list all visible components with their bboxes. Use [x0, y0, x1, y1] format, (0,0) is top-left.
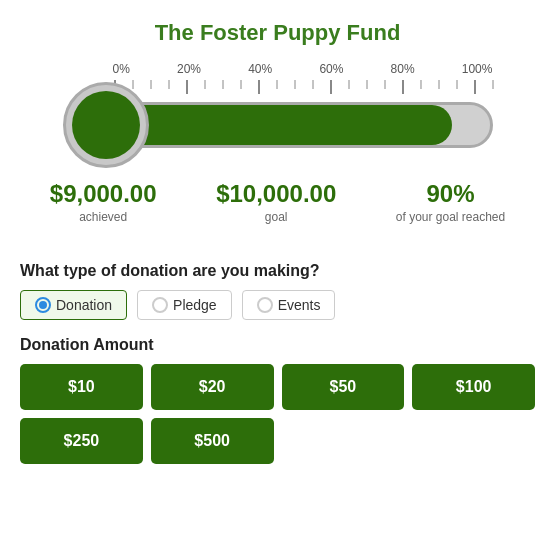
amount-btn-250[interactable]: $250: [20, 418, 143, 464]
amount-btn-20[interactable]: $20: [151, 364, 274, 410]
pct-60: 60%: [319, 62, 343, 76]
thermometer-bulb-fill: [72, 91, 140, 159]
page-wrapper: The Foster Puppy Fund 0% 20% 40% 60% 80%…: [0, 0, 555, 484]
stat-percentage-value: 90%: [396, 180, 505, 208]
radio-option-pledge[interactable]: Pledge: [137, 290, 232, 320]
stat-achieved-label: achieved: [50, 210, 157, 224]
stat-goal-value: $10,000.00: [216, 180, 336, 208]
donation-amount-label: Donation Amount: [20, 336, 535, 354]
pct-100: 100%: [462, 62, 493, 76]
donation-amount-section: Donation Amount $10 $20 $50 $100 $250 $5…: [20, 336, 535, 464]
amount-btn-10[interactable]: $10: [20, 364, 143, 410]
stats-row: $9,000.00 achieved $10,000.00 goal 90% o…: [20, 180, 535, 224]
thermometer-bulb: [63, 82, 149, 168]
percentage-labels: 0% 20% 40% 60% 80% 100%: [63, 62, 493, 76]
fund-title: The Foster Puppy Fund: [20, 20, 535, 46]
thermometer-visual: // tick marks rendered by JS below: [63, 80, 493, 170]
radio-option-events[interactable]: Events: [242, 290, 336, 320]
stat-percentage: 90% of your goal reached: [396, 180, 505, 224]
amount-btn-500[interactable]: $500: [151, 418, 274, 464]
radio-circle-pledge: [152, 297, 168, 313]
radio-group: Donation Pledge Events: [20, 290, 535, 320]
radio-option-donation[interactable]: Donation: [20, 290, 127, 320]
radio-label-pledge: Pledge: [173, 297, 217, 313]
donation-type-question: What type of donation are you making?: [20, 262, 535, 280]
thermometer-section: 0% 20% 40% 60% 80% 100% // tick marks re…: [20, 62, 535, 244]
thermometer-tube-fill: [118, 105, 453, 145]
pct-0: 0%: [113, 62, 130, 76]
donation-type-section: What type of donation are you making? Do…: [20, 262, 535, 320]
radio-circle-events: [257, 297, 273, 313]
stat-achieved-value: $9,000.00: [50, 180, 157, 208]
pct-40: 40%: [248, 62, 272, 76]
amount-btn-50[interactable]: $50: [282, 364, 405, 410]
radio-dot-donation: [39, 301, 47, 309]
amount-btn-100[interactable]: $100: [412, 364, 535, 410]
amount-grid: $10 $20 $50 $100: [20, 364, 535, 410]
stat-goal: $10,000.00 goal: [216, 180, 336, 224]
thermometer-tube: [115, 102, 493, 148]
stat-achieved: $9,000.00 achieved: [50, 180, 157, 224]
amount-bottom-row: $250 $500: [20, 418, 535, 464]
stat-percentage-label: of your goal reached: [396, 210, 505, 224]
pct-80: 80%: [391, 62, 415, 76]
stat-goal-label: goal: [216, 210, 336, 224]
radio-circle-donation: [35, 297, 51, 313]
radio-label-donation: Donation: [56, 297, 112, 313]
pct-20: 20%: [177, 62, 201, 76]
radio-label-events: Events: [278, 297, 321, 313]
